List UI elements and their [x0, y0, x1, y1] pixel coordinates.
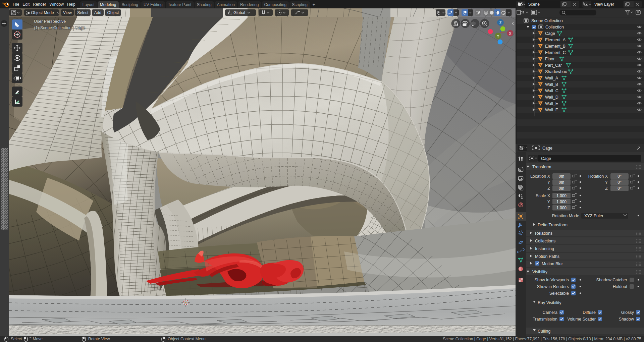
svg-text:Shadowbox: Shadowbox [545, 69, 567, 74]
svg-text:Instancing: Instancing [535, 246, 554, 251]
svg-text:0m: 0m [559, 174, 565, 179]
svg-text:1.000: 1.000 [556, 199, 567, 204]
svg-text:Rotation X: Rotation X [588, 174, 608, 179]
svg-text:Wall_A: Wall_A [545, 76, 558, 80]
svg-text:Location X: Location X [530, 174, 550, 179]
svg-text:Collections: Collections [535, 239, 555, 243]
svg-text:1.000: 1.000 [556, 193, 567, 198]
svg-text:Scene Collection: Scene Collection [531, 18, 563, 23]
svg-text:Camera: Camera [543, 310, 558, 315]
svg-text:0m: 0m [559, 186, 565, 191]
svg-text:Wall_E: Wall_E [545, 101, 558, 106]
svg-text:Element_B: Element_B [545, 44, 566, 49]
svg-text:Element_A: Element_A [545, 38, 566, 42]
svg-text:Collection: Collection [545, 25, 564, 30]
svg-text:0°: 0° [618, 186, 622, 191]
svg-text:Culling: Culling [538, 329, 550, 334]
svg-text:Z: Z [547, 206, 550, 210]
svg-text:Ray Visibility: Ray Visibility [538, 300, 561, 305]
svg-text:User Perspective: User Perspective [34, 19, 66, 24]
svg-text:Visibility: Visibility [532, 270, 548, 274]
svg-text:Volume Scatter: Volume Scatter [567, 317, 596, 322]
svg-text:0°: 0° [618, 174, 622, 179]
svg-text:Motion Blur: Motion Blur [542, 262, 563, 266]
svg-text:Z: Z [547, 186, 550, 191]
svg-text:Floor: Floor [545, 57, 554, 61]
svg-text:0m: 0m [559, 180, 565, 185]
svg-text:Z: Z [605, 186, 608, 191]
svg-text:Wall_C: Wall_C [545, 89, 558, 93]
svg-text:Y: Y [547, 180, 550, 185]
svg-text:Part_Car: Part_Car [545, 63, 562, 68]
svg-text:Y: Y [497, 34, 499, 38]
svg-text:Scale X: Scale X [536, 193, 550, 198]
svg-text:Cage: Cage [541, 156, 551, 161]
svg-text:Delta Transform: Delta Transform [538, 223, 568, 227]
svg-text:Rotation Mode: Rotation Mode [552, 214, 579, 218]
svg-text:Diffuse: Diffuse [583, 310, 596, 315]
svg-text:Relations: Relations [535, 231, 552, 236]
svg-text:Holdout: Holdout [613, 284, 628, 289]
svg-text:Z: Z [499, 21, 502, 25]
svg-text:Show in Viewports: Show in Viewports [534, 278, 569, 282]
svg-text:0°: 0° [618, 180, 622, 185]
svg-text:Wall_F: Wall_F [545, 108, 558, 112]
svg-text:Cage: Cage [542, 146, 552, 151]
svg-text:Selectable: Selectable [549, 291, 569, 296]
svg-text:Element_C: Element_C [545, 50, 566, 55]
svg-text:Y: Y [605, 180, 608, 185]
svg-text:Transform: Transform [532, 165, 551, 169]
svg-text:Shadow: Shadow [619, 317, 634, 322]
svg-text:Cage: Cage [545, 31, 555, 36]
svg-text:Wall_B: Wall_B [545, 82, 558, 87]
svg-text:X: X [509, 32, 512, 36]
svg-text:Wall_D: Wall_D [545, 95, 558, 100]
svg-text:Motion Paths: Motion Paths [535, 254, 559, 259]
svg-text:Shadow Catcher: Shadow Catcher [596, 278, 627, 282]
svg-text:XYZ Euler: XYZ Euler [584, 214, 603, 218]
svg-text:Show in Renders: Show in Renders [537, 284, 569, 289]
svg-text:Y: Y [547, 199, 550, 204]
svg-text:1.000: 1.000 [556, 206, 567, 210]
svg-text:(1) Scene Collection | Cage: (1) Scene Collection | Cage [34, 25, 85, 30]
svg-text:Transmission: Transmission [533, 317, 557, 322]
svg-text:Glossy: Glossy [621, 310, 634, 315]
